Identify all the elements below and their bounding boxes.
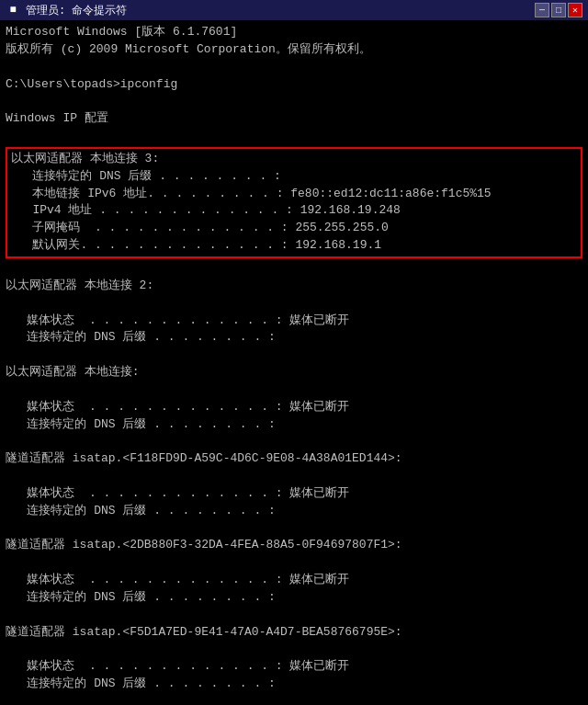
terminal-line [6, 520, 582, 538]
window-controls: ─ □ ✕ [535, 3, 582, 17]
terminal-line [6, 260, 582, 278]
terminal-line [6, 642, 582, 659]
terminal-line: 连接特定的 DNS 后缀 . . . . . . . . : [6, 416, 582, 434]
adapter-entry-gateway: 默认网关. . . . . . . . . . . . . . : 192.16… [11, 237, 577, 255]
adapter-entry-dns: 连接特定的 DNS 后缀 . . . . . . . . : [11, 168, 577, 186]
terminal-output: 以太网适配器 本地连接 2: 媒体状态 . . . . . . . . . . … [6, 260, 582, 705]
terminal-line: 版权所有 (c) 2009 Microsoft Corporation。保留所有… [6, 41, 582, 59]
terminal-line [6, 128, 582, 145]
minimize-button[interactable]: ─ [535, 3, 549, 17]
terminal-line: 以太网适配器 本地连接: [6, 364, 582, 381]
maximize-button[interactable]: □ [551, 3, 566, 17]
terminal-line [6, 468, 582, 485]
adapter-entry-subnet: 子网掩码 . . . . . . . . . . . . . : 255.255… [11, 220, 577, 237]
adapter-entry-ipv4: IPv4 地址 . . . . . . . . . . . . . : 192.… [11, 202, 577, 220]
terminal-window: Microsoft Windows [版本 6.1.7601] 版权所有 (c)… [0, 20, 588, 705]
terminal-line: C:\Users\topads>ipconfig [6, 76, 582, 94]
terminal-line [6, 693, 582, 705]
terminal-line: 连接特定的 DNS 后缀 . . . . . . . . : [6, 589, 582, 607]
terminal-line [6, 347, 582, 364]
terminal-line: 以太网适配器 本地连接 2: [6, 278, 582, 295]
terminal-line: Windows IP 配置 [6, 110, 582, 128]
terminal-line [6, 607, 582, 624]
title-bar: ■ 管理员: 命令提示符 ─ □ ✕ [0, 0, 588, 20]
terminal-line: 媒体状态 . . . . . . . . . . . . . : 媒体已断开 [6, 485, 582, 503]
close-button[interactable]: ✕ [568, 3, 582, 17]
terminal-line: 隧道适配器 isatap.<F5D1A7ED-9E41-47A0-A4D7-BE… [6, 624, 582, 642]
terminal-line: 连接特定的 DNS 后缀 . . . . . . . . : [6, 503, 582, 520]
terminal-line: 隧道适配器 isatap.<2DB880F3-32DA-4FEA-88A5-0F… [6, 537, 582, 554]
app-icon: ■ [6, 3, 20, 17]
terminal-line: 连接特定的 DNS 后缀 . . . . . . . . : [6, 676, 582, 693]
terminal-line: 媒体状态 . . . . . . . . . . . . . : 媒体已断开 [6, 658, 582, 676]
terminal-line [6, 295, 582, 313]
terminal-line: 媒体状态 . . . . . . . . . . . . . : 媒体已断开 [6, 313, 582, 330]
window-title: 管理员: 命令提示符 [26, 3, 535, 18]
terminal-line: Microsoft Windows [版本 6.1.7601] [6, 24, 582, 41]
terminal-line [6, 554, 582, 572]
highlighted-adapter-section: 以太网适配器 本地连接 3: 连接特定的 DNS 后缀 . . . . . . … [6, 147, 582, 258]
adapter-entry-ipv6: 本地链接 IPv6 地址. . . . . . . . . : fe80::ed… [11, 186, 577, 203]
terminal-line [6, 93, 582, 110]
terminal-line: 媒体状态 . . . . . . . . . . . . . : 媒体已断开 [6, 572, 582, 589]
terminal-line [6, 433, 582, 450]
terminal-line [6, 381, 582, 399]
terminal-line: 连接特定的 DNS 后缀 . . . . . . . . : [6, 329, 582, 347]
terminal-line: 媒体状态 . . . . . . . . . . . . . : 媒体已断开 [6, 399, 582, 416]
terminal-line: 隧道适配器 isatap.<F118FD9D-A59C-4D6C-9E08-4A… [6, 450, 582, 468]
terminal-line [6, 59, 582, 76]
adapter-header: 以太网适配器 本地连接 3: [11, 151, 577, 168]
